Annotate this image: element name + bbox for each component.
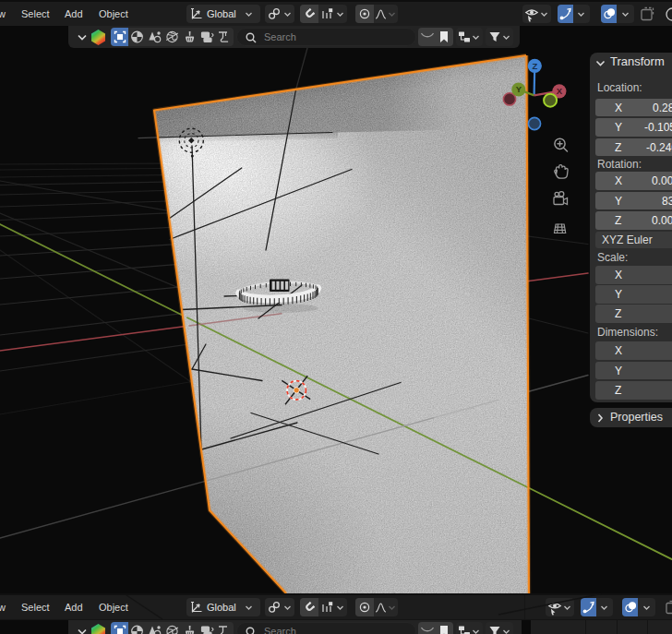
svg-text:Z: Z (532, 61, 537, 71)
svg-text:Y: Y (516, 84, 522, 94)
svg-text:X: X (557, 86, 563, 96)
